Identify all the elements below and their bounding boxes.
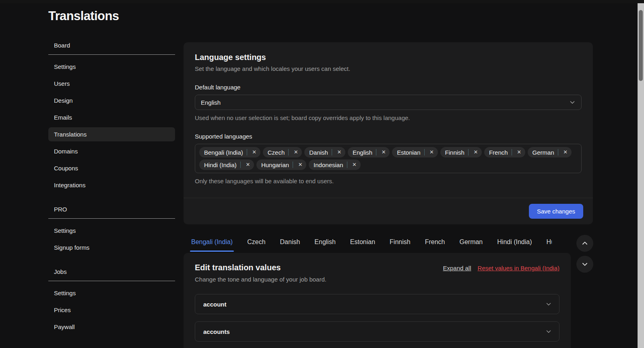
- chip-divider: [468, 149, 469, 155]
- sidebar-section: BoardSettingsUsersDesignEmailsTranslatio…: [48, 40, 175, 192]
- chip-divider: [512, 149, 512, 155]
- chip-label: Indonesian: [314, 162, 343, 168]
- language-chip-bengali-india: Bengali (India)✕: [199, 147, 260, 157]
- remove-language-icon[interactable]: ✕: [335, 148, 344, 157]
- editor-title: Edit translation values: [195, 263, 281, 272]
- default-language-value: English: [201, 99, 221, 106]
- remove-language-icon[interactable]: ✕: [250, 148, 259, 157]
- sidebar: BoardSettingsUsersDesignEmailsTranslatio…: [48, 40, 175, 346]
- window-top-edge: [0, 0, 644, 3]
- tab-hungarian[interactable]: Hungarian: [547, 235, 552, 252]
- language-tabs: Bengali (India)CzechDanishEnglishEstonia…: [184, 235, 559, 252]
- scroll-up-button[interactable]: [576, 235, 593, 252]
- tab-german[interactable]: German: [459, 235, 483, 252]
- sidebar-item-coupons[interactable]: Coupons: [48, 161, 175, 175]
- tab-czech[interactable]: Czech: [247, 235, 265, 252]
- remove-language-icon[interactable]: ✕: [427, 148, 436, 157]
- sidebar-section-board[interactable]: Board: [48, 40, 175, 55]
- remove-language-icon[interactable]: ✕: [296, 160, 305, 169]
- language-settings-card: Language settings Set the language and w…: [184, 42, 593, 224]
- sidebar-section-jobs[interactable]: Jobs: [48, 267, 175, 281]
- tab-estonian[interactable]: Estonian: [350, 235, 375, 252]
- chip-label: French: [489, 149, 508, 156]
- sidebar-item-emails[interactable]: Emails: [48, 110, 175, 124]
- sidebar-section: PROSettingsSignup forms: [48, 204, 175, 255]
- scrollbar[interactable]: [638, 3, 644, 348]
- default-language-label: Default language: [195, 84, 582, 91]
- sidebar-item-integrations[interactable]: Integrations: [48, 178, 175, 192]
- sidebar-item-paywall[interactable]: Paywall: [48, 320, 175, 334]
- sidebar-section-pro[interactable]: PRO: [48, 204, 175, 219]
- tab-english[interactable]: English: [314, 235, 335, 252]
- chip-divider: [288, 149, 289, 155]
- chip-label: Hungarian: [261, 162, 289, 168]
- chevron-down-icon: [569, 99, 576, 106]
- editor-header: Edit translation values Expand all Reset…: [195, 263, 559, 272]
- remove-language-icon[interactable]: ✕: [350, 160, 359, 169]
- sidebar-item-settings[interactable]: Settings: [48, 60, 175, 74]
- chip-label: Finnish: [445, 149, 464, 156]
- language-chip-czech: Czech✕: [263, 147, 302, 157]
- language-chip-hindi-india: Hindi (India)✕: [199, 160, 254, 170]
- scrollbar-thumb[interactable]: [639, 10, 643, 81]
- save-button[interactable]: Save changes: [529, 204, 583, 219]
- sidebar-item-users[interactable]: Users: [48, 77, 175, 91]
- expand-all-link[interactable]: Expand all: [443, 265, 471, 271]
- chip-label: Danish: [309, 149, 328, 156]
- page-title: Translations: [48, 9, 119, 23]
- translation-group-accounts[interactable]: accounts: [195, 321, 559, 342]
- default-language-helper: Used when no user selection is set; boar…: [195, 114, 582, 121]
- chevron-down-icon: [545, 301, 552, 307]
- scroll-down-button[interactable]: [576, 256, 593, 273]
- card-title: Language settings: [195, 53, 582, 62]
- language-chip-finnish: Finnish✕: [440, 147, 482, 157]
- chip-divider: [347, 162, 347, 168]
- sidebar-item-design[interactable]: Design: [48, 93, 175, 108]
- chip-divider: [424, 149, 425, 155]
- translation-groups-list: accountaccounts: [195, 294, 559, 342]
- tab-french[interactable]: French: [425, 235, 445, 252]
- language-chip-estonian: Estonian✕: [392, 147, 438, 157]
- card-footer: Save changes: [184, 198, 593, 224]
- reset-values-link[interactable]: Reset values in Bengali (India): [478, 265, 559, 271]
- supported-languages-label: Supported languages: [195, 133, 582, 140]
- tab-bengali-india[interactable]: Bengali (India): [191, 235, 233, 252]
- sidebar-item-prices[interactable]: Prices: [48, 303, 175, 317]
- sidebar-item-domains[interactable]: Domains: [48, 144, 175, 158]
- supported-languages-helper: Only these languages will be available t…: [195, 178, 582, 184]
- sidebar-item-settings[interactable]: Settings: [48, 224, 175, 238]
- language-chip-english: English✕: [348, 147, 390, 157]
- language-chip-indonesian: Indonesian✕: [309, 160, 360, 170]
- tab-finnish[interactable]: Finnish: [390, 235, 411, 252]
- tab-danish[interactable]: Danish: [280, 235, 300, 252]
- remove-language-icon[interactable]: ✕: [515, 148, 524, 157]
- tab-hindi-india[interactable]: Hindi (India): [497, 235, 532, 252]
- default-language-select[interactable]: English: [195, 95, 582, 110]
- chip-label: Estonian: [397, 149, 420, 156]
- sidebar-item-settings[interactable]: Settings: [48, 286, 175, 300]
- remove-language-icon[interactable]: ✕: [379, 148, 388, 157]
- sidebar-item-signup-forms[interactable]: Signup forms: [48, 240, 175, 255]
- sidebar-item-translations[interactable]: Translations: [48, 127, 175, 141]
- remove-language-icon[interactable]: ✕: [291, 148, 300, 157]
- remove-language-icon[interactable]: ✕: [561, 148, 570, 157]
- card-subtitle: Set the language and which locales your …: [195, 65, 582, 72]
- remove-language-icon[interactable]: ✕: [244, 160, 252, 169]
- language-chip-french: French✕: [484, 147, 525, 157]
- chip-label: German: [533, 149, 554, 156]
- chip-divider: [558, 149, 558, 155]
- translation-editor-panel: Edit translation values Expand all Reset…: [184, 253, 571, 348]
- editor-links: Expand all Reset values in Bengali (Indi…: [443, 265, 559, 271]
- chip-label: Bengali (India): [204, 149, 243, 156]
- chip-label: English: [353, 149, 372, 156]
- group-label: account: [203, 301, 227, 308]
- group-label: accounts: [203, 328, 230, 335]
- editor-subtitle: Change the tone and language of your job…: [195, 276, 559, 283]
- chevron-down-icon: [545, 328, 552, 335]
- remove-language-icon[interactable]: ✕: [471, 148, 480, 157]
- language-chip-hungarian: Hungarian✕: [256, 160, 306, 170]
- translation-group-account[interactable]: account: [195, 294, 559, 314]
- chip-divider: [293, 162, 293, 168]
- chip-divider: [240, 162, 241, 168]
- sidebar-section: JobsSettingsPricesPaywall: [48, 267, 175, 334]
